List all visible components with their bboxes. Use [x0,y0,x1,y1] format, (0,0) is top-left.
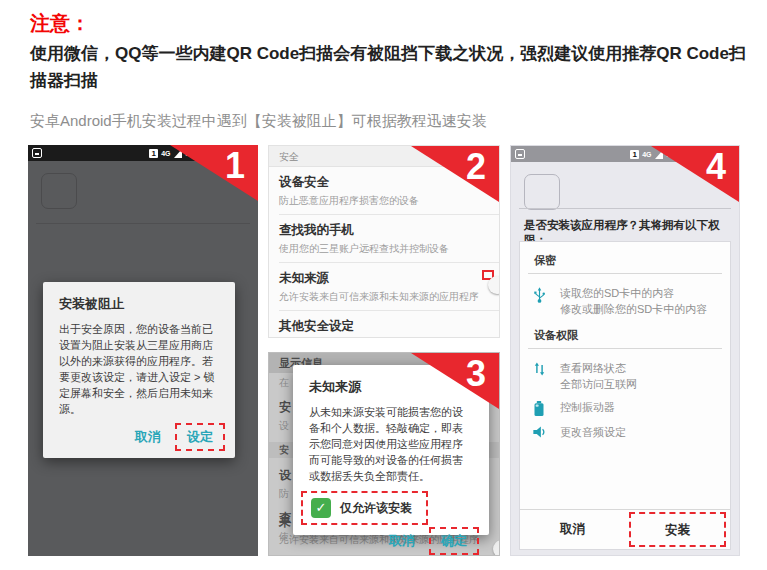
toggle-knob [488,276,500,294]
dimmed-row-title: 未 [279,514,291,531]
only-allow-install-checkbox[interactable]: ✓ 仅允许该安装 [301,491,428,525]
battery-vibrate-icon [530,399,548,417]
screenshot-icon [32,148,42,158]
permissions-card: 保密 读取您的SD卡中的内容 修改或删除您的SD卡中 [519,241,731,550]
item-title: 未知来源 [279,270,489,287]
permission-text: 更改音频设定 [560,424,626,440]
step-corner: 4 [651,146,739,202]
install-blocked-dialog: 安装被阻止 出于安全原因，您的设备当前已设置为阻止安装从三星应用商店以外的来源获… [43,282,235,458]
privacy-section-header: 保密 [534,253,716,268]
permission-text: 修改或删除您的SD卡中的内容 [560,301,707,317]
checkbox-checked-icon[interactable]: ✓ [311,498,331,518]
install-button[interactable]: 安装 [665,523,690,537]
permission-text: 读取您的SD卡中的内容 [560,285,707,301]
item-subtitle: 允许安装来自可信来源和未知来源的应用程序 [279,290,489,304]
settings-item-unknown-sources[interactable]: 未知来源 允许安装来自可信来源和未知来源的应用程序 [269,263,499,310]
notification-badge: 1 [149,149,158,158]
step-corner: 1 [170,145,258,201]
screenshot-step-1: 1 4G 7 安装被阻止 出于安全原因，您的设备当前已设置为阻止安装从三星应用商… [28,145,258,556]
network-arrows-icon [530,360,548,392]
item-subtitle: 使用您的三星账户远程查找并控制设备 [279,242,489,256]
divider [528,273,722,274]
network-4g-icon: 4G [161,150,170,157]
step-number: 2 [466,147,486,187]
cancel-button[interactable]: 取消 [383,529,421,553]
screenshot-icon [515,149,525,159]
warning-text: 使用微信，QQ等一些内建QR Code扫描会有被阻挡下载之状况，强烈建议使用推荐… [30,40,746,94]
screenshot-step-4: 1 4G 7 是否安装该应用程序？其将拥有以下权限： 保密 [510,145,740,556]
app-icon-placeholder [524,174,560,210]
dialog-actions: 取消 设定 [43,417,235,458]
divider [519,208,731,209]
screenshot-step-2: 安全 设备安全 防止恶意应用程序损害您的设备 查找我的手机 使用您的三星账户远程… [268,145,500,338]
settings-button[interactable]: 设定 [175,423,225,451]
unknown-sources-dialog: 未知来源 从未知来源安装可能损害您的设备和个人数据。轻敲确定，即表示您同意对因使… [293,365,489,535]
step-number: 3 [466,354,486,394]
confirm-button[interactable]: 确定 [429,527,479,555]
item-title: 其他安全设定 [279,318,489,335]
device-section-header: 设备权限 [534,328,716,343]
tutorial-subtitle: 安卓Android手机安装过程中遇到【安装被阻止】可根据教程迅速安装 [30,112,487,131]
install-footer: 取消 安装 [520,509,730,549]
settings-item-find-my-phone[interactable]: 查找我的手机 使用您的三星账户远程查找并控制设备 [269,215,499,262]
app-icon-placeholder [41,173,77,209]
speaker-icon [530,424,548,440]
dialog-body: 出于安全原因，您的设备当前已设置为阻止安装从三星应用商店以外的来源获得的应用程序… [43,318,235,417]
divider [36,223,250,224]
permission-row-audio: 更改音频设定 [530,424,720,440]
dialog-title: 安装被阻止 [43,282,235,318]
step-number: 1 [225,146,245,186]
item-title: 查找我的手机 [279,222,489,239]
dialog-body: 从未知来源安装可能损害您的设备和个人数据。轻敲确定，即表示您同意对因使用这些应用… [293,401,489,484]
permission-row-sd: 读取您的SD卡中的内容 修改或删除您的SD卡中的内容 [530,285,720,317]
step-number: 4 [706,147,726,187]
highlight-box: 安装 [629,512,726,547]
toggle-knob [493,540,500,556]
permission-row-vibrate: 控制振动器 [530,399,720,417]
settings-item-other-security[interactable]: 其他安全设定 更改安全更新和证书存储等其他安全设定 [269,311,499,338]
item-subtitle: 防止恶意应用程序损害您的设备 [279,194,489,208]
permission-text: 全部访问互联网 [560,376,637,392]
permission-row-network: 查看网络状态 全部访问互联网 [530,360,720,392]
cancel-button[interactable]: 取消 [129,425,167,449]
divider [528,348,722,349]
usb-icon [530,285,548,317]
permission-text: 控制振动器 [560,399,615,415]
cancel-button[interactable]: 取消 [560,521,585,538]
highlight-box [482,270,494,280]
permission-text: 查看网络状态 [560,360,637,376]
notice-heading: 注意： [30,10,90,37]
screenshot-step-3: 显示信息 在 安 设 安 设 防 查 使 未 允许安装来自可信来源和未知来源的应… [268,352,500,556]
notification-badge: 1 [630,150,639,159]
dialog-actions: 取消 确定 [293,525,489,556]
item-title: 设备安全 [279,174,489,191]
network-4g-icon: 4G [642,151,651,158]
checkbox-label: 仅允许该安装 [340,500,412,517]
